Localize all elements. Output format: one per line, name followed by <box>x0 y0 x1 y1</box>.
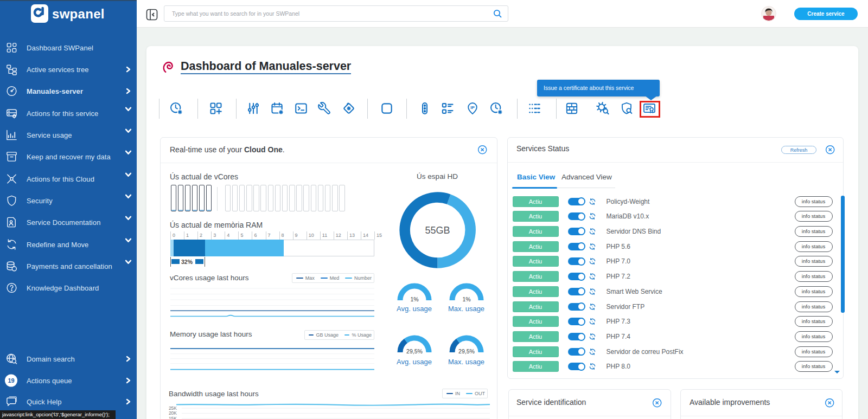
svg-text:IP: IP <box>470 105 475 110</box>
svg-text:1%: 1% <box>462 296 470 302</box>
svg-text:29,5%: 29,5% <box>406 348 423 354</box>
svg-text:55GB: 55GB <box>425 225 450 236</box>
svg-text:20K: 20K <box>169 410 177 416</box>
svg-text:29,5%: 29,5% <box>458 348 475 354</box>
svg-text:1%: 1% <box>410 296 418 302</box>
svg-text:15K: 15K <box>169 416 177 419</box>
svg-text:25K: 25K <box>169 405 177 411</box>
